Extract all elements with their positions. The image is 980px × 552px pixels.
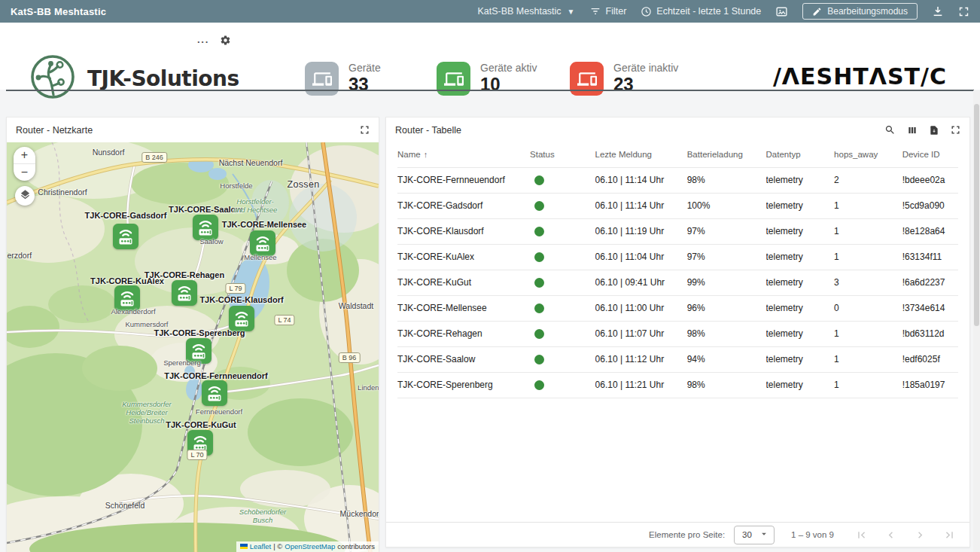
- device-id-cell: !185a0197: [902, 372, 958, 398]
- status-dot: [534, 303, 544, 313]
- table-header-row: Name↑StatusLezte MeldungBatterieladungDa…: [397, 142, 958, 167]
- edit-mode-label: Bearbeitungsmodus: [827, 6, 908, 17]
- dashboard-header: TJK-Solutions ··· Geräte 33 Geräte aktiv…: [0, 23, 980, 90]
- brand-name: TJK-Solutions: [87, 66, 239, 91]
- filter-list-icon: [589, 5, 601, 17]
- table-row[interactable]: TJK-CORE-Fernneuendorf06.10 | 11:14 Uhr9…: [397, 167, 958, 193]
- device-id-cell: !63134f11: [902, 244, 958, 270]
- device-id-cell: !8e128a64: [902, 218, 958, 244]
- previous-page-button[interactable]: [884, 529, 897, 541]
- edit-mode-button[interactable]: Bearbeitungsmodus: [802, 3, 918, 20]
- scrollbar-thumb[interactable]: [974, 104, 979, 326]
- battery-cell: 100%: [687, 193, 766, 218]
- last-message-cell: 06.10 | 11:07 Uhr: [595, 321, 687, 346]
- last-message-cell: 06.10 | 11:00 Uhr: [595, 295, 687, 321]
- last-message-cell: 06.10 | 11:12 Uhr: [595, 346, 687, 372]
- export-file-icon[interactable]: [929, 125, 939, 136]
- column-header-datentyp[interactable]: Datentyp: [766, 142, 835, 167]
- items-per-page-select[interactable]: 30: [734, 526, 775, 544]
- page-scrollbar: [973, 90, 980, 552]
- table-row[interactable]: TJK-CORE-Saalow06.10 | 11:12 Uhr94%telem…: [397, 346, 958, 372]
- datatype-cell: telemetry: [766, 321, 835, 346]
- osm-link[interactable]: OpenStreetMap: [285, 542, 335, 550]
- panel-more-menu[interactable]: ···: [197, 36, 209, 47]
- table-row[interactable]: TJK-CORE-KuAlex06.10 | 11:04 Uhr97%telem…: [397, 244, 958, 270]
- time-range-picker[interactable]: Echtzeit - letzte 1 Stunde: [641, 6, 761, 17]
- table-row[interactable]: TJK-CORE-Rehagen06.10 | 11:07 Uhr98%tele…: [397, 321, 958, 346]
- router-marker-icon[interactable]: [202, 380, 227, 406]
- image-icon: [775, 5, 788, 18]
- table-row[interactable]: TJK-CORE-Mellensee06.10 | 11:00 Uhr96%te…: [397, 295, 958, 321]
- panel-fullscreen-icon[interactable]: [360, 125, 370, 135]
- name-cell: TJK-CORE-KuAlex: [397, 244, 530, 270]
- battery-cell: 96%: [687, 295, 766, 321]
- last-page-button[interactable]: [943, 529, 956, 541]
- filter-label: Filter: [606, 6, 627, 17]
- column-header-name[interactable]: Name↑: [397, 142, 530, 167]
- items-per-page-value: 30: [742, 530, 752, 539]
- table-row[interactable]: TJK-CORE-KuGut06.10 | 09:41 Uhr99%teleme…: [397, 270, 958, 295]
- tjk-solutions-logo-icon: [29, 53, 77, 104]
- next-page-button[interactable]: [914, 529, 927, 541]
- column-header-hops-away[interactable]: hops_away: [834, 142, 902, 167]
- status-dot: [534, 329, 544, 339]
- zoom-in-button[interactable]: +: [14, 147, 35, 164]
- leaflet-link[interactable]: Leaflet: [250, 542, 272, 550]
- gear-icon[interactable]: [220, 35, 231, 49]
- router-marker-icon[interactable]: [193, 215, 218, 240]
- search-icon[interactable]: [884, 124, 896, 136]
- name-cell: TJK-CORE-Rehagen: [397, 321, 530, 346]
- map-attribution: Leaflet | © OpenStreetMap contributors: [236, 541, 379, 552]
- columns-icon[interactable]: [907, 125, 918, 136]
- chevron-down-icon: [759, 529, 769, 541]
- name-cell: TJK-CORE-Klausdorf: [397, 218, 530, 244]
- meshtastic-logo: /ΛESHTΛST/C: [773, 63, 947, 90]
- datatype-cell: telemetry: [766, 218, 835, 244]
- column-header-status[interactable]: Status: [530, 142, 595, 167]
- router-marker-icon[interactable]: [113, 224, 138, 249]
- datatype-cell: telemetry: [766, 346, 835, 372]
- first-page-button[interactable]: [855, 529, 868, 541]
- panel-fullscreen-icon[interactable]: [951, 125, 960, 135]
- attribution-contributors: contributors: [337, 542, 375, 550]
- router-marker-icon[interactable]: [172, 280, 197, 306]
- status-cell: [530, 372, 595, 398]
- kiosk-mode-button[interactable]: [775, 5, 788, 18]
- hops-cell: 1: [834, 321, 902, 346]
- name-cell: TJK-CORE-Saalow: [397, 346, 530, 372]
- pencil-icon: [812, 7, 822, 17]
- status-dot: [534, 227, 544, 236]
- column-header-batterieladung[interactable]: Batterieladung: [687, 142, 766, 167]
- router-marker-icon[interactable]: [250, 230, 275, 256]
- column-header-lezte-meldung[interactable]: Lezte Meldung: [595, 142, 687, 167]
- router-marker-icon[interactable]: [186, 338, 212, 364]
- filter-button[interactable]: Filter: [589, 5, 627, 17]
- table-row[interactable]: TJK-CORE-Klausdorf06.10 | 11:19 Uhr97%te…: [397, 218, 958, 244]
- status-cell: [530, 321, 595, 346]
- router-marker-icon[interactable]: [114, 285, 140, 311]
- road-number-badge: B 96: [339, 352, 361, 363]
- router-table: Name↑StatusLezte MeldungBatterieladungDa…: [397, 142, 958, 398]
- fullscreen-button[interactable]: [958, 6, 969, 17]
- app-title: KatS-BB Meshtastic: [11, 6, 106, 17]
- name-cell: TJK-CORE-KuGut: [397, 270, 530, 295]
- last-message-cell: 06.10 | 11:04 Uhr: [595, 244, 687, 270]
- device-id-cell: !bd63112d: [902, 321, 958, 346]
- header-divider: [6, 90, 974, 91]
- network-map[interactable]: + − TJK-CORE-Gadsdorf TJK-CORE-Saalow TJ…: [7, 142, 379, 552]
- column-header-device-id[interactable]: Device ID: [902, 142, 958, 167]
- table-row[interactable]: TJK-CORE-Sperenberg06.10 | 11:21 Uhr98%t…: [397, 372, 958, 398]
- map-zoom-control: + −: [14, 147, 35, 181]
- stat-label: Geräte inaktiv: [613, 62, 678, 75]
- map-panel-title: Router - Netzkarte: [16, 125, 93, 136]
- map-layers-button[interactable]: [15, 186, 35, 206]
- router-marker-icon[interactable]: [229, 306, 254, 331]
- download-button[interactable]: [932, 5, 944, 17]
- attribution-separator: | ©: [273, 542, 282, 550]
- chevron-down-icon: ▼: [568, 8, 575, 16]
- name-cell: TJK-CORE-Gadsdorf: [397, 193, 530, 218]
- table-row[interactable]: TJK-CORE-Gadsdorf06.10 | 11:14 Uhr100%te…: [397, 193, 958, 218]
- battery-cell: 98%: [687, 167, 766, 193]
- dashboard-selector[interactable]: KatS-BB Meshtastic ▼: [477, 6, 574, 17]
- battery-cell: 98%: [687, 321, 766, 346]
